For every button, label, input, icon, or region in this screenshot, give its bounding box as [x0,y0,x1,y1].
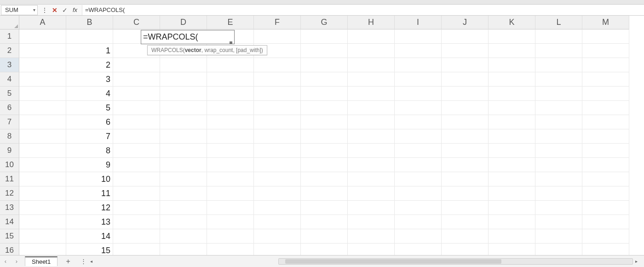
cell[interactable] [160,158,207,172]
cell[interactable] [19,115,66,129]
tab-next-icon[interactable]: › [11,258,22,265]
cell[interactable] [489,215,535,229]
cell[interactable] [582,215,629,229]
row-header[interactable]: 1 [0,29,19,44]
cell[interactable]: 3 [66,72,113,87]
cell[interactable] [160,87,207,101]
cell[interactable] [301,87,348,101]
cell[interactable] [582,29,629,44]
cell[interactable] [348,44,395,58]
cell[interactable] [207,215,254,229]
cell[interactable] [535,44,582,58]
cell[interactable]: 2 [66,58,113,72]
fx-icon[interactable]: fx [71,6,79,14]
name-box[interactable]: SUM ▾ [1,5,38,15]
cell[interactable] [348,29,395,44]
cell[interactable] [160,215,207,229]
cell[interactable] [254,101,301,115]
cell[interactable] [582,72,629,87]
cell[interactable] [442,87,489,101]
cell[interactable] [113,172,160,186]
accept-icon[interactable]: ✓ [61,6,69,14]
cell[interactable] [442,201,489,215]
cell[interactable] [301,172,348,186]
cell[interactable] [160,201,207,215]
cell[interactable] [535,29,582,44]
cell[interactable] [254,186,301,201]
cell[interactable] [113,129,160,144]
cell[interactable] [113,201,160,215]
cell[interactable] [489,129,535,144]
cell[interactable] [301,115,348,129]
cell[interactable] [19,186,66,201]
chevron-down-icon[interactable]: ▾ [33,7,35,12]
cell[interactable] [535,215,582,229]
row-header[interactable]: 6 [0,101,19,115]
cell[interactable] [160,58,207,72]
cell[interactable] [19,44,66,58]
column-header[interactable]: I [395,16,442,29]
cell[interactable] [113,87,160,101]
cell[interactable] [113,158,160,172]
cell[interactable] [301,129,348,144]
row-header[interactable]: 7 [0,115,19,129]
cell[interactable] [301,58,348,72]
cell[interactable] [113,215,160,229]
cell[interactable]: 6 [66,115,113,129]
cell[interactable] [489,87,535,101]
cell[interactable] [442,229,489,244]
cell[interactable] [582,158,629,172]
cell[interactable] [207,129,254,144]
cell[interactable] [395,87,442,101]
function-tooltip[interactable]: WRAPCOLS(vector, wrap_count, [pad_with]) [147,45,267,55]
cell[interactable] [19,58,66,72]
cell[interactable] [207,158,254,172]
cell[interactable] [348,144,395,158]
cell[interactable]: 9 [66,158,113,172]
cell[interactable] [582,229,629,244]
row-header[interactable]: 11 [0,172,19,186]
cell[interactable] [395,158,442,172]
cell[interactable] [301,186,348,201]
cells-area[interactable]: 123456789101112131415 [19,29,644,255]
cell[interactable] [66,29,113,44]
cell[interactable] [442,72,489,87]
cell[interactable] [301,44,348,58]
row-header[interactable]: 4 [0,72,19,87]
cell[interactable] [395,186,442,201]
cell[interactable] [489,172,535,186]
cell[interactable] [254,158,301,172]
sheet-tab[interactable]: Sheet1 [25,256,58,266]
cell[interactable] [19,101,66,115]
cell[interactable] [489,186,535,201]
cell[interactable] [489,101,535,115]
cell[interactable] [113,229,160,244]
cell[interactable] [535,144,582,158]
cell[interactable] [301,229,348,244]
cell[interactable] [582,115,629,129]
cell[interactable] [442,186,489,201]
fill-handle[interactable] [230,41,232,44]
cell[interactable]: 1 [66,44,113,58]
cell[interactable] [348,201,395,215]
cell[interactable] [442,29,489,44]
cell[interactable] [301,215,348,229]
cell[interactable] [395,172,442,186]
row-header[interactable]: 3 [0,58,19,72]
cell[interactable] [442,144,489,158]
cell[interactable] [348,101,395,115]
cell[interactable] [19,144,66,158]
column-header[interactable]: C [113,16,160,29]
row-header[interactable]: 2 [0,44,19,58]
column-header[interactable]: L [535,16,582,29]
cell[interactable] [207,229,254,244]
cell[interactable] [254,129,301,144]
cell[interactable]: 10 [66,172,113,186]
cell[interactable] [348,72,395,87]
cell[interactable] [535,129,582,144]
cell[interactable]: 11 [66,186,113,201]
cell[interactable] [19,172,66,186]
cell[interactable] [348,129,395,144]
cell[interactable] [113,144,160,158]
cell[interactable] [348,172,395,186]
